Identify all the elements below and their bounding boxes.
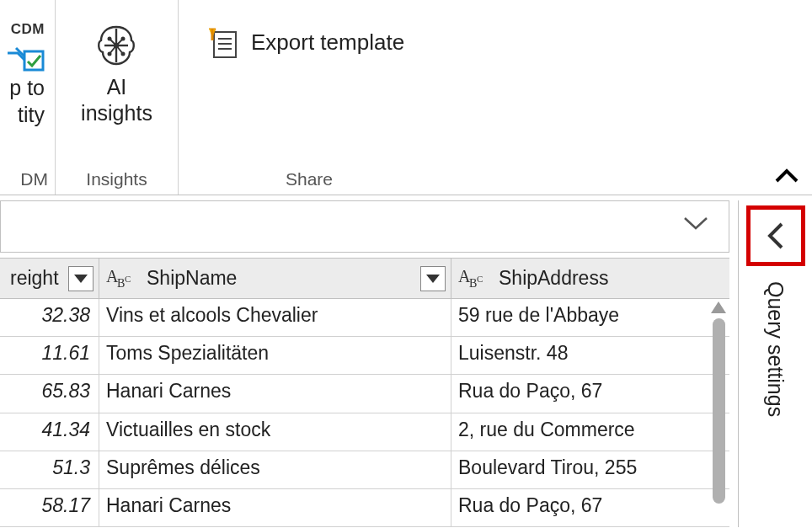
cell-freight[interactable]: 41.34 bbox=[0, 413, 99, 451]
query-settings-pane-collapsed: Query settings bbox=[738, 200, 812, 527]
svg-text:C: C bbox=[477, 274, 483, 284]
table-row[interactable]: 41.34 Victuailles en stock 2, rue du Com… bbox=[0, 413, 729, 451]
column-header-label: ShipAddress bbox=[499, 267, 608, 290]
map-to-entity-button[interactable]: CDM p to tity bbox=[3, 15, 48, 131]
cell-shipname[interactable]: Victuailles en stock bbox=[99, 413, 451, 451]
formula-bar-expand-button[interactable] bbox=[681, 215, 710, 238]
chevron-down-icon bbox=[681, 215, 710, 233]
export-template-label: Export template bbox=[251, 29, 404, 56]
cell-shipaddr[interactable]: 2, rue du Commerce bbox=[451, 413, 729, 451]
table-row[interactable]: 58.17 Hanari Carnes Rua do Paço, 67 bbox=[0, 489, 729, 527]
column-header-freight[interactable]: reight bbox=[0, 259, 99, 298]
cell-shipname[interactable]: Suprêmes délices bbox=[99, 451, 451, 488]
grid-header-row: reight A B C ShipName A B bbox=[0, 259, 729, 299]
cell-freight[interactable]: 65.83 bbox=[0, 375, 99, 412]
ribbon-group-insights-footer: Insights bbox=[61, 164, 173, 195]
svg-text:C: C bbox=[125, 274, 131, 284]
scroll-up-icon bbox=[711, 301, 726, 313]
cell-freight[interactable]: 51.3 bbox=[0, 451, 99, 488]
column-header-shipname[interactable]: A B C ShipName bbox=[99, 259, 451, 298]
cell-freight[interactable]: 58.17 bbox=[0, 489, 99, 526]
svg-rect-0 bbox=[24, 51, 43, 70]
vertical-scrollbar[interactable] bbox=[709, 301, 728, 517]
ribbon-group-share-footer: Share bbox=[184, 164, 435, 195]
column-header-label: reight bbox=[10, 267, 59, 290]
grid-body: 32.38 Vins et alcools Chevalier 59 rue d… bbox=[0, 299, 729, 527]
table-row[interactable]: 51.3 Suprêmes délices Boulevard Tirou, 2… bbox=[0, 451, 729, 489]
cdm-badge: CDM bbox=[11, 20, 45, 38]
caret-down-icon bbox=[73, 274, 88, 284]
cell-shipaddr[interactable]: Rua do Paço, 67 bbox=[451, 489, 729, 526]
cell-shipname[interactable]: Hanari Carnes bbox=[99, 489, 451, 526]
svg-marker-16 bbox=[74, 275, 88, 283]
ai-insights-label-1: AI bbox=[107, 74, 127, 100]
text-type-icon: A B C bbox=[458, 264, 490, 294]
query-settings-label: Query settings bbox=[763, 281, 788, 417]
caret-down-icon bbox=[425, 274, 441, 284]
column-filter-button[interactable] bbox=[420, 266, 446, 291]
data-grid: reight A B C ShipName A B bbox=[0, 258, 729, 527]
ribbon-group-share: Export template Share bbox=[179, 0, 440, 195]
ribbon: CDM p to tity DM bbox=[0, 0, 812, 195]
table-row[interactable]: 11.61 Toms Spezialitäten Luisenstr. 48 bbox=[0, 337, 729, 375]
svg-text:B: B bbox=[469, 277, 477, 289]
chevron-up-icon bbox=[773, 168, 800, 186]
cell-shipaddr[interactable]: Rua do Paço, 67 bbox=[451, 375, 729, 412]
ribbon-group-cdm: CDM p to tity DM bbox=[0, 0, 56, 195]
cell-shipname[interactable]: Hanari Carnes bbox=[99, 375, 451, 412]
cell-shipaddr[interactable]: Boulevard Tirou, 255 bbox=[451, 451, 729, 488]
svg-marker-20 bbox=[426, 275, 440, 283]
brain-icon bbox=[91, 19, 142, 74]
cell-freight[interactable]: 32.38 bbox=[0, 299, 99, 336]
map-entity-icon bbox=[6, 38, 45, 75]
ai-insights-label-2: insights bbox=[81, 100, 152, 126]
export-template-icon bbox=[206, 25, 239, 59]
collapse-ribbon-button[interactable] bbox=[773, 168, 800, 191]
cell-shipaddr[interactable]: 59 rue de l'Abbaye bbox=[451, 299, 729, 336]
formula-bar[interactable] bbox=[0, 200, 729, 253]
svg-text:B: B bbox=[117, 277, 125, 289]
ai-insights-button[interactable]: AI insights bbox=[77, 15, 156, 131]
expand-query-settings-button[interactable] bbox=[746, 205, 805, 266]
scrollbar-thumb[interactable] bbox=[713, 318, 725, 504]
column-header-shipaddress[interactable]: A B C ShipAddress bbox=[451, 259, 729, 298]
ribbon-group-cdm-footer: DM bbox=[5, 164, 50, 195]
table-row[interactable]: 32.38 Vins et alcools Chevalier 59 rue d… bbox=[0, 299, 729, 337]
ribbon-spacer bbox=[440, 0, 812, 195]
ribbon-group-insights: AI insights Insights bbox=[56, 0, 179, 195]
column-header-label: ShipName bbox=[147, 267, 237, 290]
cell-freight[interactable]: 11.61 bbox=[0, 337, 99, 374]
cell-shipname[interactable]: Toms Spezialitäten bbox=[99, 337, 451, 374]
map-entity-label-1: p to bbox=[9, 75, 45, 101]
map-entity-label-2: tity bbox=[18, 102, 45, 128]
column-filter-button[interactable] bbox=[68, 266, 93, 291]
chevron-left-icon bbox=[763, 219, 788, 253]
table-row[interactable]: 65.83 Hanari Carnes Rua do Paço, 67 bbox=[0, 375, 729, 413]
text-type-icon: A B C bbox=[106, 264, 138, 294]
cell-shipaddr[interactable]: Luisenstr. 48 bbox=[451, 337, 729, 374]
export-template-button[interactable]: Export template bbox=[202, 22, 408, 62]
cell-shipname[interactable]: Vins et alcools Chevalier bbox=[99, 299, 451, 336]
